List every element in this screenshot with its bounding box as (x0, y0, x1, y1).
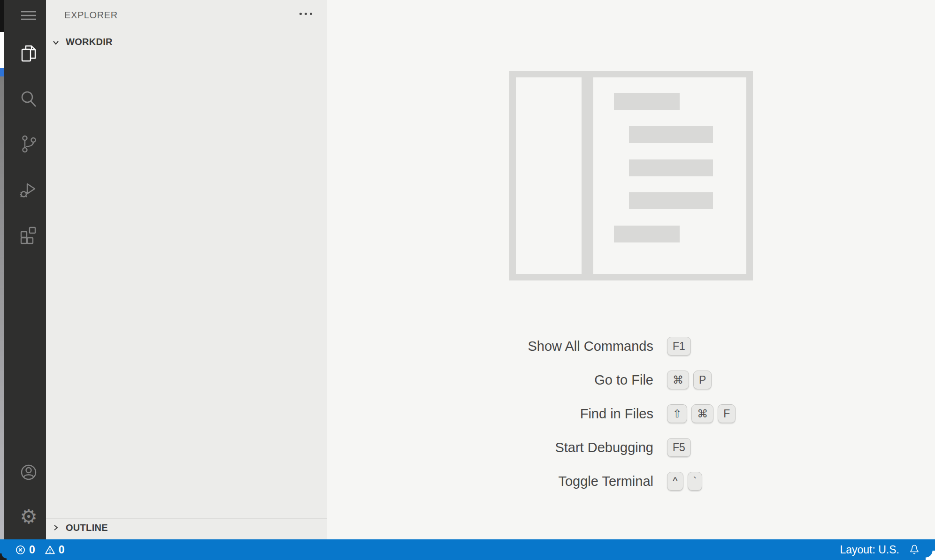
bell-icon[interactable] (909, 544, 920, 556)
error-icon (15, 545, 26, 555)
keyboard-shortcut-hints: Show All Commands F1 Go to File ⌘ P Find… (421, 335, 843, 504)
edge-segment-white (0, 32, 4, 68)
screen-corner-artifact (926, 551, 935, 560)
error-count: 0 (29, 544, 35, 556)
watermark-divider (582, 77, 593, 274)
keycap-control: ^ (667, 472, 683, 491)
activity-bar: ⚙ (4, 0, 46, 539)
extensions-icon[interactable] (18, 224, 39, 246)
keycap: F5 (667, 438, 691, 457)
keycap-shift: ⇧ (667, 404, 687, 423)
shortcut-row: Go to File ⌘ P (421, 369, 843, 391)
watermark-bar (614, 226, 680, 242)
keycap: F1 (667, 337, 691, 356)
menu-icon[interactable] (18, 5, 39, 26)
run-and-debug-icon[interactable] (18, 179, 39, 200)
edge-segment-gray (0, 76, 4, 539)
accounts-icon[interactable] (18, 462, 39, 483)
shortcut-row: Start Debugging F5 (421, 436, 843, 459)
warning-count: 0 (59, 544, 65, 556)
shortcut-label: Start Debugging (421, 440, 653, 455)
sidebar-title: EXPLORER (64, 10, 118, 21)
search-icon[interactable] (18, 88, 39, 110)
watermark-bar (629, 126, 713, 143)
shortcut-row: Toggle Terminal ^ ` (421, 470, 843, 492)
editor-area: Show All Commands F1 Go to File ⌘ P Find… (327, 0, 935, 539)
shortcut-keys: F1 (667, 337, 691, 356)
sidebar-header: EXPLORER (46, 0, 327, 31)
section-header-workdir[interactable]: WORKDIR (46, 35, 327, 51)
problems-status[interactable]: 0 0 (15, 544, 65, 556)
section-label-workdir: WORKDIR (66, 37, 113, 47)
shortcut-label: Find in Files (421, 406, 653, 422)
keycap-backtick: ` (688, 472, 703, 491)
screen-corner-artifact (0, 553, 7, 560)
shortcut-label: Go to File (421, 372, 653, 388)
chevron-down-icon (52, 38, 60, 49)
shortcut-label: Toggle Terminal (421, 474, 653, 489)
edge-segment-blue (0, 68, 4, 76)
shortcut-keys: F5 (667, 438, 691, 457)
editor-watermark-graphic (509, 71, 753, 280)
shortcut-keys: ^ ` (667, 472, 702, 491)
shortcut-row: Show All Commands F1 (421, 335, 843, 357)
chevron-right-icon (52, 523, 60, 534)
section-header-outline[interactable]: OUTLINE (46, 518, 327, 534)
shortcut-keys: ⌘ P (667, 371, 712, 389)
sidebar-explorer: EXPLORER WORKDIR OUTLINE (46, 0, 327, 539)
desktop-edge-artifact (0, 0, 4, 539)
more-actions-icon[interactable] (299, 13, 312, 15)
warning-icon (45, 545, 55, 555)
keycap: F (718, 404, 736, 423)
edge-segment-dark (0, 0, 4, 32)
watermark-bar (629, 159, 713, 176)
keycap-command: ⌘ (667, 371, 689, 389)
explorer-icon[interactable] (18, 43, 39, 64)
layout-indicator[interactable]: Layout: U.S. (840, 544, 899, 556)
shortcut-label: Show All Commands (421, 339, 653, 354)
status-bar: 0 0 Layout: U.S. (0, 539, 935, 560)
vscode-window: ⚙ EXPLORER WORKDIR OUTLINE (0, 0, 935, 560)
shortcut-row: Find in Files ⇧ ⌘ F (421, 402, 843, 425)
section-label-outline: OUTLINE (66, 522, 108, 533)
settings-gear-icon[interactable]: ⚙ (18, 506, 39, 528)
shortcut-keys: ⇧ ⌘ F (667, 404, 736, 423)
watermark-bar (629, 192, 713, 209)
watermark-bar (614, 93, 680, 110)
keycap-command: ⌘ (691, 404, 713, 423)
source-control-icon[interactable] (18, 133, 39, 155)
keycap: P (693, 371, 712, 389)
